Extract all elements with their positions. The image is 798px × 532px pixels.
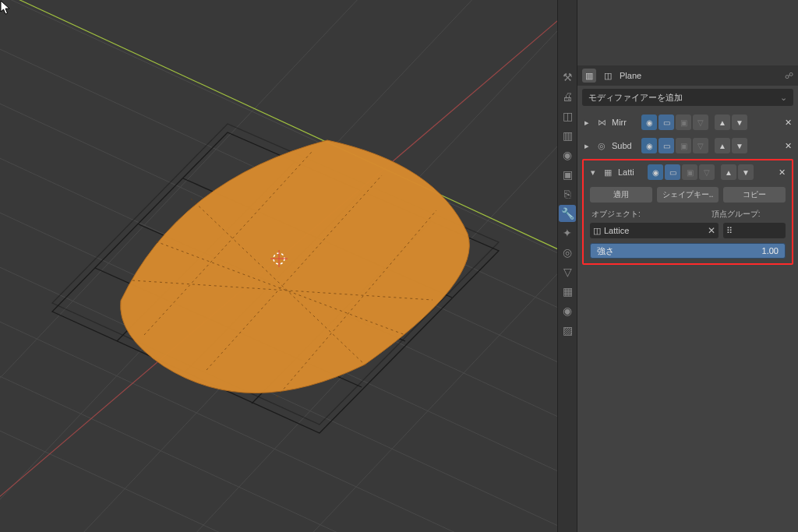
render-toggle-icon[interactable]: ◉ [641,138,657,153]
apply-shapekey-button[interactable]: シェイプキー.. [657,187,719,203]
realtime-toggle-icon[interactable]: ▭ [659,138,674,153]
expand-toggle-icon[interactable]: ▸ [581,139,593,152]
tab-constraint-icon[interactable]: ⎘ [559,185,576,203]
expand-toggle-icon[interactable]: ▸ [581,116,593,129]
tab-material-icon[interactable]: ◉ [559,302,576,319]
copy-button[interactable]: コピー [723,187,786,203]
clear-object-button[interactable]: ✕ [708,225,715,236]
move-down-button[interactable]: ▼ [732,138,747,153]
remove-modifier-button[interactable]: ✕ [781,141,795,151]
modifier-subd-header: ▸ ◎ Subd ◉ ▭ ▣ ▽ ▲ ▼ ✕ [579,136,796,156]
object-icon: ◫ [601,69,615,83]
mirror-icon: ⋈ [595,115,609,129]
properties-panel: ▥ ◫ Plane ☍ モディファイアーを追加 ⌄ ▸ ⋈ Mirr ◉ ▭ ▣… [577,0,798,532]
tab-scene-icon[interactable]: ▥ [559,127,576,144]
tab-texture-icon[interactable]: ▨ [559,322,576,339]
strength-label: 強さ [597,245,614,257]
modifier-name[interactable]: Subd [610,141,640,150]
tab-output-icon[interactable]: 🖨 [559,88,576,105]
add-modifier-dropdown[interactable]: モディファイアーを追加 ⌄ [582,89,793,106]
remove-modifier-button[interactable]: ✕ [775,167,789,178]
tab-viewlayer-icon[interactable]: ◫ [559,107,576,125]
strength-slider[interactable]: 強さ 1.00 [590,243,786,259]
lattice-object-value: Lattice [604,226,629,235]
tab-objectdata-icon[interactable]: ▽ [559,263,576,280]
move-up-button[interactable]: ▲ [721,164,736,180]
modifier-name[interactable]: Mirr [610,118,640,127]
remove-modifier-button[interactable]: ✕ [781,118,795,128]
tab-mesh-icon[interactable]: ▦ [559,283,576,300]
render-toggle-icon[interactable]: ◉ [641,115,657,130]
apply-button[interactable]: 適用 [590,187,652,203]
vertex-group-icon: ⠿ [726,226,733,236]
move-down-button[interactable]: ▼ [732,115,747,130]
realtime-toggle-icon[interactable]: ▭ [665,164,680,180]
editmode-toggle-icon[interactable]: ▣ [676,115,691,130]
strength-value: 1.00 [762,246,779,255]
modifier-name[interactable]: Latti [616,167,646,177]
tab-render-icon[interactable]: ⚒ [559,69,576,86]
subdivision-icon: ◎ [595,139,609,153]
realtime-toggle-icon[interactable]: ▭ [659,115,674,130]
tab-object-icon[interactable]: ▣ [559,166,576,183]
tab-physics-icon[interactable]: ◎ [559,244,576,261]
render-toggle-icon[interactable]: ◉ [648,164,663,180]
editmode-toggle-icon[interactable]: ▣ [676,138,691,153]
move-up-button[interactable]: ▲ [715,115,730,130]
viewport-3d[interactable] [0,0,557,532]
tab-modifier-icon[interactable]: 🔧 [559,205,576,222]
lattice-icon: ▦ [601,165,615,179]
chevron-down-icon: ⌄ [780,93,787,103]
properties-editor-icon[interactable]: ▥ [582,69,596,83]
move-down-button[interactable]: ▼ [738,164,754,180]
panel-header: ▥ ◫ Plane ☍ [577,65,798,86]
move-up-button[interactable]: ▲ [715,138,730,153]
lattice-modifier-highlight: ▾ ▦ Latti ◉ ▭ ▣ ▽ ▲ ▼ ✕ 適用 シェイプ [582,159,793,265]
object-label: オブジェクト: [591,209,688,220]
lattice-object-field[interactable]: ◫ Lattice ✕ [590,223,719,238]
cage-toggle-icon[interactable]: ▽ [699,164,715,180]
svg-line-8 [0,413,557,532]
tab-particle-icon[interactable]: ✦ [559,224,576,241]
properties-tab-strip: ⚒ 🖨 ◫ ▥ ◉ ▣ ⎘ 🔧 ✦ ◎ ▽ ▦ ◉ ▨ [557,0,577,532]
editmode-toggle-icon[interactable]: ▣ [682,164,697,180]
modifier-mirror-header: ▸ ⋈ Mirr ◉ ▭ ▣ ▽ ▲ ▼ ✕ [579,112,796,132]
cage-toggle-icon[interactable]: ▽ [693,138,708,153]
pin-icon[interactable]: ☍ [785,71,793,81]
cage-toggle-icon[interactable]: ▽ [693,115,708,130]
vertex-group-label: 頂点グループ: [688,209,785,220]
collapse-toggle-icon[interactable]: ▾ [587,166,599,178]
object-name: Plane [620,71,780,80]
add-modifier-label: モディファイアーを追加 [588,92,683,104]
vertex-group-field[interactable]: ⠿ [723,223,786,238]
lattice-obj-icon: ◫ [593,226,601,236]
modifier-lattice-header: ▾ ▦ Latti ◉ ▭ ▣ ▽ ▲ ▼ ✕ [585,162,790,182]
tab-world-icon[interactable]: ◉ [559,146,576,164]
